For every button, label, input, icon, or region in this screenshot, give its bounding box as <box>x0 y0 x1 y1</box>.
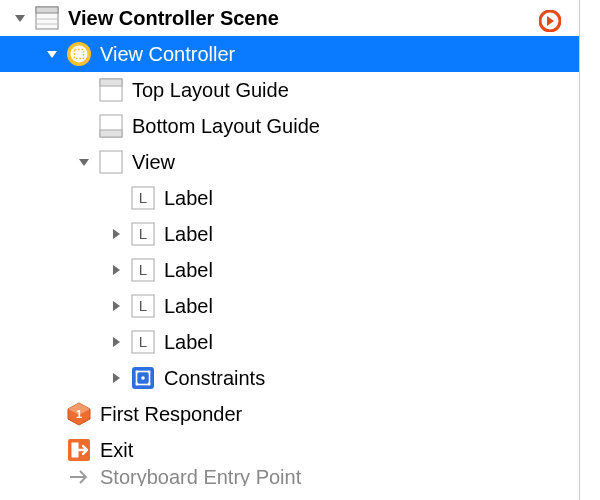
tree-item-label: Exit <box>100 439 133 462</box>
disclosure-closed-icon[interactable] <box>108 370 124 386</box>
tree-item-label: Label <box>164 259 213 282</box>
tree-item-label: Label <box>164 295 213 318</box>
tree-item-label: View Controller <box>100 43 235 66</box>
label-icon: L <box>130 221 156 247</box>
disclosure-open-icon[interactable] <box>44 46 60 62</box>
svg-text:L: L <box>139 189 147 206</box>
tree-row-first-responder[interactable]: 1 First Responder <box>0 396 579 432</box>
layout-guide-icon <box>98 77 124 103</box>
svg-rect-9 <box>100 79 122 86</box>
svg-point-25 <box>141 376 145 380</box>
tree-row-entry-point[interactable]: Storyboard Entry Point <box>0 468 579 486</box>
tree-item-label: Label <box>164 187 213 210</box>
label-icon: L <box>130 257 156 283</box>
tree-row-view-controller[interactable]: View Controller <box>0 36 579 72</box>
tree-item-label: Constraints <box>164 367 265 390</box>
tree-row-label[interactable]: L Label <box>0 324 579 360</box>
svg-text:L: L <box>139 225 147 242</box>
tree-row-scene[interactable]: View Controller Scene <box>0 0 579 36</box>
disclosure-closed-icon[interactable] <box>108 262 124 278</box>
disclosure-open-icon[interactable] <box>76 154 92 170</box>
layout-guide-icon <box>98 113 124 139</box>
scene-icon <box>34 5 60 31</box>
svg-text:1: 1 <box>76 408 82 420</box>
disclosure-open-icon[interactable] <box>12 10 28 26</box>
tree-item-label: View <box>132 151 175 174</box>
tree-item-label: Label <box>164 331 213 354</box>
view-icon <box>98 149 124 175</box>
tree-item-label: Storyboard Entry Point <box>100 468 301 486</box>
tree-row-bottom-layout-guide[interactable]: Bottom Layout Guide <box>0 108 579 144</box>
label-icon: L <box>130 329 156 355</box>
disclosure-closed-icon[interactable] <box>108 298 124 314</box>
svg-rect-2 <box>36 7 58 13</box>
warning-arrow-icon[interactable] <box>539 10 561 37</box>
svg-point-28 <box>136 383 139 386</box>
svg-text:L: L <box>139 261 147 278</box>
entry-point-icon <box>66 468 92 486</box>
tree-row-view[interactable]: View <box>0 144 579 180</box>
tree-row-label[interactable]: L Label <box>0 216 579 252</box>
scene-title: View Controller Scene <box>68 7 279 30</box>
tree-row-top-layout-guide[interactable]: Top Layout Guide <box>0 72 579 108</box>
svg-point-26 <box>136 371 139 374</box>
tree-row-label[interactable]: L Label <box>0 252 579 288</box>
first-responder-icon: 1 <box>66 401 92 427</box>
label-icon: L <box>130 293 156 319</box>
svg-rect-11 <box>100 130 122 137</box>
label-icon: L <box>130 185 156 211</box>
tree-item-label: Bottom Layout Guide <box>132 115 320 138</box>
constraints-icon <box>130 365 156 391</box>
disclosure-closed-icon[interactable] <box>108 334 124 350</box>
exit-icon <box>66 437 92 463</box>
tree-item-label: Label <box>164 223 213 246</box>
tree-row-constraints[interactable]: Constraints <box>0 360 579 396</box>
svg-rect-12 <box>100 151 122 173</box>
svg-text:L: L <box>139 297 147 314</box>
tree-row-label[interactable]: L Label <box>0 180 579 216</box>
tree-item-label: First Responder <box>100 403 242 426</box>
document-outline-panel: View Controller Scene View Controller To… <box>0 0 580 500</box>
svg-point-29 <box>148 383 151 386</box>
tree-row-exit[interactable]: Exit <box>0 432 579 468</box>
tree-item-label: Top Layout Guide <box>132 79 289 102</box>
svg-point-27 <box>148 371 151 374</box>
tree-row-label[interactable]: L Label <box>0 288 579 324</box>
svg-point-6 <box>71 46 88 63</box>
disclosure-closed-icon[interactable] <box>108 226 124 242</box>
view-controller-icon <box>66 41 92 67</box>
svg-text:L: L <box>139 333 147 350</box>
